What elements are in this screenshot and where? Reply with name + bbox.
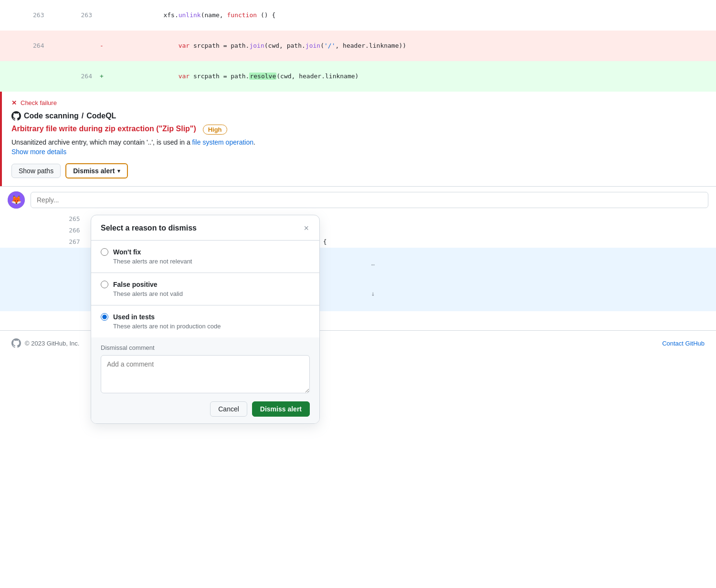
x-icon: ✕	[11, 99, 17, 106]
diff-code: var srcpath = path.resolve(cwd, header.l…	[107, 61, 716, 92]
check-failure-header: ✕ Check failure	[11, 99, 706, 106]
diff-container: 263 263 xfs.unlink(name, function () { 2…	[0, 0, 716, 92]
footer-left: © 2023 GitHub, Inc.	[11, 338, 79, 348]
radio-wont-fix[interactable]	[101, 248, 108, 256]
alert-title: Arbitrary file write during zip extracti…	[11, 125, 196, 133]
diff-row-added: 264 + var srcpath = path.resolve(cwd, he…	[0, 61, 716, 92]
radio-label-wont-fix[interactable]: Won't fix	[113, 248, 141, 256]
footer-github-icon	[11, 338, 21, 348]
footer-copyright: © 2023 GitHub, Inc.	[25, 340, 79, 347]
alert-description: Unsanitized archive entry, which may con…	[11, 138, 706, 146]
file-system-operation-link[interactable]: file system operation	[192, 138, 253, 146]
check-separator: /	[82, 112, 84, 120]
reply-area: 🦊	[0, 186, 716, 213]
modal-header: Select a reason to dismiss ×	[91, 215, 319, 241]
diff-table: 263 263 xfs.unlink(name, function () { 2…	[0, 0, 716, 92]
radio-label-false-positive[interactable]: False positive	[113, 281, 158, 288]
radio-desc-false-positive: These alerts are not valid	[113, 290, 310, 297]
modal-body: Won't fix These alerts are not relevant …	[91, 241, 319, 356]
check-title: Code scanning / CodeQL	[11, 111, 706, 121]
diff-code: var srcpath = path.join(cwd, path.join('…	[107, 31, 716, 61]
dismiss-alert-button[interactable]: Dismiss alert ▾	[65, 163, 128, 178]
svg-text:🦊: 🦊	[11, 195, 22, 205]
line-num-new: 263	[48, 0, 96, 31]
diff-row-removed: 264 - var srcpath = path.join(cwd, path.…	[0, 31, 716, 61]
line-num-new: 264	[48, 61, 96, 92]
check-panel: ✕ Check failure Code scanning / CodeQL A…	[0, 92, 716, 186]
show-more-details-link[interactable]: Show more details	[11, 148, 706, 156]
chevron-down-icon: ▾	[117, 168, 120, 174]
radio-false-positive[interactable]	[101, 281, 108, 288]
diff-sign: +	[96, 61, 107, 92]
radio-label-used-in-tests[interactable]: Used in tests	[113, 313, 155, 321]
radio-option-false-positive: False positive These alerts are not vali…	[91, 273, 319, 305]
check-tool: CodeQL	[86, 112, 116, 120]
alert-title-row: Arbitrary file write during zip extracti…	[11, 125, 706, 135]
diff-sign: -	[96, 31, 107, 61]
diff-code: xfs.unlink(name, function () {	[107, 0, 716, 31]
dismissal-comment-section: Dismissal comment	[91, 337, 319, 356]
contact-github-link[interactable]: Contact GitHub	[662, 340, 705, 347]
diff-sign	[96, 0, 107, 31]
radio-option-used-in-tests: Used in tests These alerts are not in pr…	[91, 305, 319, 337]
line-num-old: 264	[0, 31, 48, 61]
comment-textarea[interactable]	[101, 355, 310, 356]
dismissal-comment-label: Dismissal comment	[101, 344, 310, 351]
radio-desc-wont-fix: These alerts are not relevant	[113, 258, 310, 265]
action-buttons: Show paths Dismiss alert ▾	[11, 163, 706, 178]
show-paths-button[interactable]: Show paths	[11, 164, 61, 178]
severity-badge: High	[203, 125, 227, 135]
modal-close-button[interactable]: ×	[303, 223, 310, 233]
dismiss-modal: Select a reason to dismiss × Won't fix T…	[91, 215, 320, 356]
diff-row: 263 263 xfs.unlink(name, function () {	[0, 0, 716, 31]
github-icon	[11, 111, 21, 121]
expand-down-icon: ↓	[371, 289, 375, 298]
check-failure-label: Check failure	[21, 99, 57, 106]
check-scanner: Code scanning	[24, 112, 79, 120]
radio-option-wont-fix: Won't fix These alerts are not relevant	[91, 241, 319, 273]
line-num-new	[48, 31, 96, 61]
avatar: 🦊	[8, 191, 25, 209]
expand-icon: ⋯	[371, 262, 375, 268]
line-num-old: 263	[0, 0, 48, 31]
radio-desc-used-in-tests: These alerts are not in production code	[113, 323, 310, 330]
reply-input[interactable]	[31, 192, 708, 208]
modal-title: Select a reason to dismiss	[101, 224, 197, 232]
avatar-placeholder: 🦊	[8, 191, 25, 209]
line-num-old	[0, 61, 48, 92]
radio-used-in-tests[interactable]	[101, 313, 108, 321]
